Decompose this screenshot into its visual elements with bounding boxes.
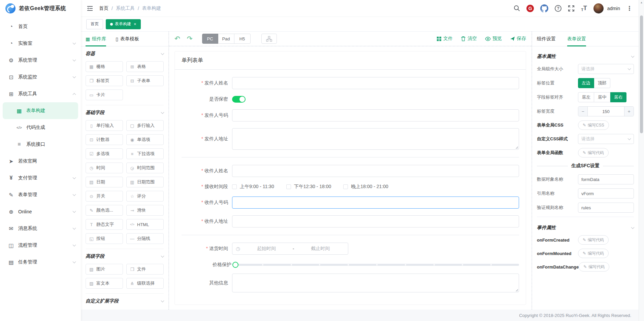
delivery-time-range-picker[interactable]: ◷ 起始时间 - 截止时间 xyxy=(232,243,348,255)
sidebar-item-message-system[interactable]: ✉ 消息系统 xyxy=(0,220,81,237)
component-item-table[interactable]: ⊞表格 xyxy=(126,61,164,72)
undo-icon[interactable]: ↶ xyxy=(174,35,180,42)
browser-scrollbar[interactable]: ▲ xyxy=(639,0,644,321)
sidebar-item-system-management[interactable]: ⚙ 系统管理 xyxy=(0,52,81,69)
component-item-divider[interactable]: —分隔线 xyxy=(126,233,164,244)
increase-button[interactable]: + xyxy=(624,107,634,116)
section-header-advanced-fields[interactable]: 高级字段 xyxy=(86,249,164,264)
device-pc-button[interactable]: PC xyxy=(202,34,218,44)
label-align-right-button[interactable]: 居右 xyxy=(610,92,626,102)
component-item-grid[interactable]: ▦栅格 xyxy=(86,61,123,72)
label-align-center-button[interactable]: 居中 xyxy=(594,92,610,102)
device-pad-button[interactable]: Pad xyxy=(218,34,234,44)
section-header-custom-fields[interactable]: 自定义扩展字段 xyxy=(86,294,164,309)
component-item-select[interactable]: ≡下拉选项 xyxy=(126,148,164,159)
label-align-left-button[interactable]: 居左 xyxy=(578,92,594,102)
write-css-button[interactable]: ✎ 编写CSS xyxy=(578,120,609,130)
component-item-checkbox[interactable]: ☑多选项 xyxy=(86,148,123,159)
scroll-up-arrow[interactable]: ▲ xyxy=(639,1,644,4)
sidebar-fold-icon[interactable] xyxy=(87,6,93,11)
node-tree-button[interactable] xyxy=(261,34,277,44)
slider-track[interactable] xyxy=(233,264,519,266)
checkbox-icon[interactable] xyxy=(232,184,237,189)
tag-home[interactable]: 首页 xyxy=(86,19,103,29)
github-icon[interactable] xyxy=(540,4,548,12)
field-receiver-name[interactable]: 收件人姓名 xyxy=(182,165,519,177)
app-logo[interactable]: 若依Geek管理系统 xyxy=(0,0,81,17)
field-delivery-time[interactable]: 送货时间 ◷ 起始时间 - 截止时间 xyxy=(182,243,519,255)
write-code-button[interactable]: ✎ 编写代码 xyxy=(578,148,609,157)
tab-component-settings[interactable]: 组件设置 xyxy=(537,32,556,46)
sidebar-item-online[interactable]: ⊕ Online xyxy=(0,203,81,220)
sidebar-item-task-management[interactable]: ▤ 任务管理 xyxy=(0,254,81,271)
section-header-containers[interactable]: 容器 xyxy=(86,46,164,61)
tab-component-library[interactable]: ▦ 组件库 xyxy=(86,32,106,46)
component-item-color-picker[interactable]: ✎颜色选... xyxy=(86,205,123,216)
custom-css-select[interactable]: 请选择 xyxy=(578,134,634,144)
field-sender-name[interactable]: 发件人姓名 xyxy=(182,77,519,89)
sidebar-item-ruoyi-website[interactable]: ➤ 若依官网 xyxy=(0,153,81,170)
tab-form-settings[interactable]: 表单设置 xyxy=(567,32,586,46)
tab-form-templates[interactable]: ▯ 表单模板 xyxy=(116,32,139,46)
sidebar-item-system-monitor[interactable]: ⊡ 系统监控 xyxy=(0,69,81,85)
write-code-button[interactable]: ✎ 编写代码 xyxy=(579,262,609,272)
section-header-event-props[interactable]: 事件属性 xyxy=(537,220,634,235)
component-item-card[interactable]: ▭卡片 xyxy=(86,90,123,100)
breadcrumb-home[interactable]: 首页 xyxy=(99,5,108,11)
sidebar-subitem-form-builder[interactable]: ▦ 表单构建 xyxy=(3,102,78,119)
sidebar-item-process-management[interactable]: ◫ 流程管理 xyxy=(0,237,81,254)
component-item-subform[interactable]: ⊟子表单 xyxy=(126,75,164,86)
sidebar-item-home[interactable]: ◔ 首页 xyxy=(0,18,81,35)
component-item-button[interactable]: ◱按钮 xyxy=(86,233,123,244)
breadcrumb-system-tools[interactable]: 系统工具 xyxy=(116,5,135,11)
component-item-tabs[interactable]: ❐标签页 xyxy=(86,75,123,86)
field-secret[interactable]: 是否保密 xyxy=(182,96,519,103)
ref-name-input[interactable] xyxy=(578,188,634,199)
clear-button[interactable]: 清空 xyxy=(461,36,477,42)
section-header-basic-props[interactable]: 基本属性 xyxy=(537,49,634,64)
component-item-rich-text[interactable]: ▨富文本 xyxy=(86,278,123,289)
close-icon[interactable]: × xyxy=(134,22,136,27)
sidebar-item-lab[interactable]: ◔ 实验室 xyxy=(0,35,81,52)
price-protection-slider[interactable] xyxy=(233,261,519,268)
label-position-top-button[interactable]: 顶部 xyxy=(594,78,610,88)
preview-button[interactable]: 预览 xyxy=(485,36,502,42)
checkbox-icon[interactable] xyxy=(343,184,348,189)
component-item-html[interactable]: </>HTML xyxy=(126,219,164,230)
avatar[interactable] xyxy=(593,3,604,13)
component-item-date-range[interactable]: ▥日期范围 xyxy=(126,177,164,187)
checkbox-morning[interactable]: 上午9:00 - 11:30 xyxy=(232,184,274,190)
sender-address-textarea[interactable] xyxy=(232,128,519,150)
sidebar-item-form-management[interactable]: ✎ 表单管理 xyxy=(0,186,81,203)
field-other-info[interactable]: 其他信息 xyxy=(182,274,519,292)
component-item-slider[interactable]: ⊸滑块 xyxy=(126,205,164,216)
checkbox-icon[interactable] xyxy=(286,184,291,189)
sender-phone-input[interactable] xyxy=(232,109,519,121)
receiver-name-input[interactable] xyxy=(232,165,519,177)
save-button[interactable]: 保存 xyxy=(510,36,526,42)
font-size-icon[interactable]: TT xyxy=(581,5,587,12)
component-item-time[interactable]: ◷时间 xyxy=(86,163,123,173)
write-code-button[interactable]: ✎ 编写代码 xyxy=(578,249,609,258)
field-price-protection[interactable]: 价格保护 xyxy=(182,261,519,268)
fullscreen-icon[interactable] xyxy=(568,5,575,12)
component-item-cascader[interactable]: ⋔级联选择 xyxy=(126,278,164,289)
gitee-icon[interactable]: G xyxy=(526,5,534,12)
sender-name-input[interactable] xyxy=(232,77,519,89)
section-header-basic-fields[interactable]: 基础字段 xyxy=(86,105,164,120)
receiver-phone-input[interactable] xyxy=(232,197,519,209)
component-item-file[interactable]: ❒文件 xyxy=(126,264,164,275)
breadcrumb-form-builder[interactable]: 表单构建 xyxy=(142,5,161,11)
slider-handle[interactable] xyxy=(232,262,238,268)
rules-name-input[interactable] xyxy=(578,203,634,213)
sidebar-item-system-tools[interactable]: ⊞ 系统工具 xyxy=(0,85,81,102)
data-object-name-input[interactable] xyxy=(578,174,634,184)
component-item-counter[interactable]: ⊡计数器 xyxy=(86,134,123,145)
component-item-radio[interactable]: ◉单选项 xyxy=(126,134,164,145)
field-receive-period[interactable]: 接收时间段 上午9:00 - 11:30 下午12:30 - 18:00 晚上1… xyxy=(182,184,519,190)
file-button[interactable]: 文件 xyxy=(437,36,453,42)
checkbox-afternoon[interactable]: 下午12:30 - 18:00 xyxy=(286,184,331,190)
device-h5-button[interactable]: H5 xyxy=(234,34,251,44)
global-size-select[interactable]: 请选择 xyxy=(578,64,634,74)
component-item-switch[interactable]: ⊙开关 xyxy=(86,191,123,202)
